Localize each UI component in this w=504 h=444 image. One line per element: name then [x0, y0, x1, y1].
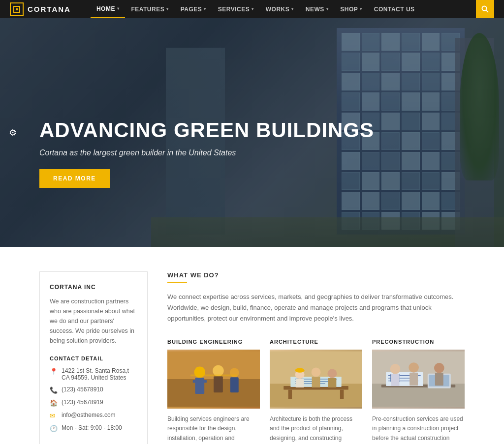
- svg-rect-25: [312, 377, 320, 388]
- svg-rect-9: [214, 377, 223, 393]
- svg-point-24: [312, 368, 321, 377]
- main-content: WHAT WE DO? We connect expertise across …: [167, 271, 465, 444]
- sidebar-contact-title: CONTACT DETAIL: [50, 355, 137, 361]
- svg-rect-16: [288, 390, 292, 399]
- service-desc-2: Architecture is both the process and the…: [270, 414, 362, 444]
- sidebar-description: We are construction partners who are pas…: [50, 296, 137, 346]
- logo[interactable]: CORTANA: [10, 2, 71, 16]
- svg-line-1: [486, 10, 488, 12]
- contact-email-text: info@osthemes.com: [62, 412, 116, 418]
- svg-rect-42: [410, 373, 418, 385]
- service-title-1: BUILDING ENGINEERING: [167, 339, 260, 345]
- service-card-architecture: ARCHITECTURE: [270, 339, 362, 444]
- service-image-svg-2: [270, 350, 362, 409]
- chevron-down-icon: ▾: [204, 7, 206, 11]
- contact-fax: 🏠 (123) 45678919: [50, 399, 137, 407]
- sidebar-company-name: CORTANA INC: [50, 284, 137, 291]
- services-grid: BUILDING ENGINEERING: [167, 339, 465, 444]
- nav-services[interactable]: SERVICES ▾: [212, 0, 260, 18]
- service-image-1: [167, 350, 260, 409]
- contact-fax-text: (123) 45678919: [62, 399, 103, 406]
- chevron-down-icon: ▾: [252, 7, 254, 11]
- nav-items: HOME ▾ FEATURES ▾ PAGES ▾ SERVICES ▾ WOR…: [91, 0, 476, 18]
- home-icon: 🏠: [50, 399, 58, 407]
- chevron-down-icon: ▾: [291, 7, 294, 11]
- contact-address: 📍 1422 1st St. Santa Rosa,t CA 94559. Un…: [50, 367, 137, 381]
- main-section: CORTANA INC We are construction partners…: [0, 247, 504, 444]
- logo-icon: [10, 2, 24, 16]
- svg-rect-17: [340, 390, 344, 399]
- hero-subtitle: Cortana as the largest green builder in …: [39, 148, 465, 157]
- nav-news[interactable]: NEWS ▾: [300, 0, 335, 18]
- service-desc-1: Building services engineers are responsi…: [167, 414, 260, 444]
- section-label: WHAT WE DO?: [167, 271, 465, 279]
- search-icon: [481, 5, 489, 13]
- svg-point-39: [390, 364, 401, 374]
- service-card-preconstruction: PRECONSTRUCTION: [372, 339, 465, 444]
- service-image-3: [372, 350, 465, 409]
- service-image-2: [270, 350, 362, 409]
- nav-contact[interactable]: CONTACT US: [368, 0, 421, 18]
- contact-email: ✉ info@osthemes.com: [50, 412, 137, 419]
- intro-text: We connect expertise across services, ma…: [167, 292, 465, 324]
- service-card-engineering: BUILDING ENGINEERING: [167, 339, 260, 444]
- service-title-3: PRECONSTRUCTION: [372, 339, 465, 345]
- navbar: CORTANA HOME ▾ FEATURES ▾ PAGES ▾ SERVIC…: [0, 0, 504, 18]
- service-image-svg-3: [372, 350, 465, 409]
- svg-point-41: [409, 362, 419, 373]
- chevron-down-icon: ▾: [326, 7, 329, 11]
- svg-rect-12: [190, 375, 237, 377]
- nav-shop[interactable]: SHOP ▾: [334, 0, 368, 18]
- settings-icon[interactable]: ⚙: [9, 127, 17, 138]
- chevron-down-icon: ▾: [117, 6, 120, 11]
- svg-rect-7: [201, 380, 207, 383]
- service-title-2: ARCHITECTURE: [270, 339, 362, 345]
- hero-title: ADVANCING GREEN BUILDINGS: [39, 119, 465, 142]
- svg-point-0: [482, 6, 486, 10]
- contact-hours-text: Mon - Sat: 9:00 - 18:00: [62, 424, 122, 431]
- nav-pages[interactable]: PAGES ▾: [175, 0, 212, 18]
- svg-rect-11: [230, 378, 239, 393]
- logo-dot: [16, 8, 18, 10]
- chevron-down-icon: ▾: [166, 7, 169, 11]
- service-desc-3: Pre-construction services are used in pl…: [372, 414, 465, 444]
- contact-address-text: 1422 1st St. Santa Rosa,t CA 94559. Unit…: [62, 367, 137, 381]
- contact-phone: 📞 (123) 45678910: [50, 386, 137, 394]
- sidebar: CORTANA INC We are construction partners…: [39, 271, 148, 444]
- contact-phone-text: (123) 45678910: [62, 386, 103, 393]
- brand-name: CORTANA: [28, 5, 71, 13]
- search-button[interactable]: [476, 0, 494, 18]
- location-icon: 📍: [50, 368, 58, 375]
- svg-rect-6: [193, 380, 198, 383]
- clock-icon: 🕐: [50, 425, 58, 432]
- section-divider: [167, 282, 187, 283]
- contact-hours: 🕐 Mon - Sat: 9:00 - 18:00: [50, 424, 137, 432]
- chevron-down-icon: ▾: [360, 7, 362, 11]
- svg-rect-23: [296, 379, 304, 387]
- svg-point-28: [295, 368, 305, 373]
- svg-point-43: [434, 363, 444, 373]
- phone-icon: 📞: [50, 386, 58, 394]
- nav-home[interactable]: HOME ▾: [91, 0, 126, 18]
- hero-section: ⚙ ADVANCING GREEN BUILDINGS Cortana as t…: [0, 18, 504, 247]
- logo-inner-icon: [13, 6, 20, 13]
- email-icon: ✉: [50, 412, 58, 419]
- service-image-svg-1: [167, 350, 260, 409]
- hero-content: ADVANCING GREEN BUILDINGS Cortana as the…: [39, 119, 465, 188]
- nav-works[interactable]: WORKS ▾: [260, 0, 300, 18]
- svg-rect-44: [435, 373, 443, 385]
- svg-rect-40: [391, 374, 400, 386]
- nav-features[interactable]: FEATURES ▾: [125, 0, 174, 18]
- read-more-button[interactable]: READ MORE: [39, 169, 110, 188]
- svg-point-26: [328, 369, 337, 379]
- svg-rect-27: [328, 378, 336, 387]
